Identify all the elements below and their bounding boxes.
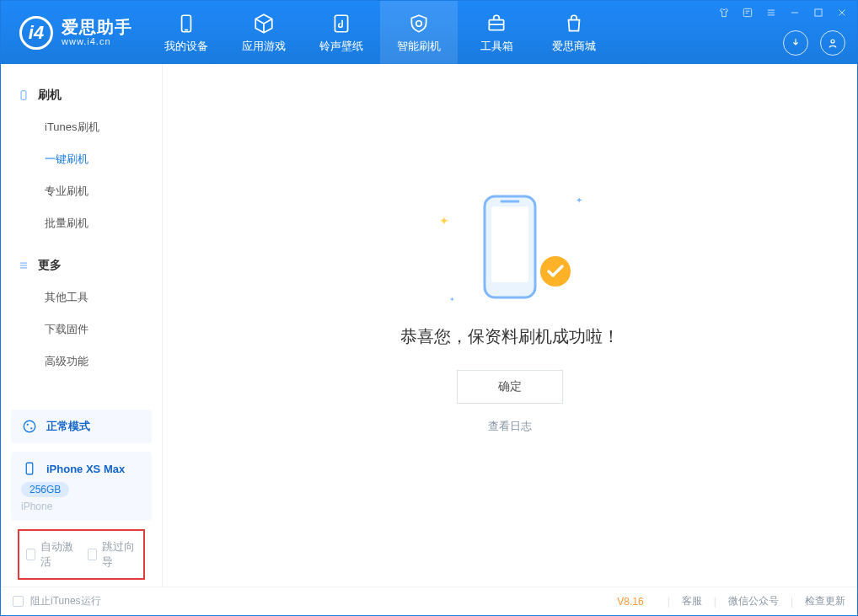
nav-smart-flash[interactable]: 智能刷机	[380, 1, 458, 64]
nav-label: 工具箱	[480, 39, 513, 54]
logo-icon: i4	[19, 16, 53, 50]
success-message: 恭喜您，保资料刷机成功啦！	[400, 325, 619, 348]
device-card[interactable]: iPhone XS Max 256GB iPhone	[11, 452, 152, 521]
nav-toolbox[interactable]: 工具箱	[458, 1, 535, 64]
checkbox-block-itunes[interactable]: 阻止iTunes运行	[13, 594, 101, 608]
view-log-link[interactable]: 查看日志	[488, 419, 532, 434]
nav-label: 应用游戏	[242, 39, 286, 54]
app-url: www.i4.cn	[62, 36, 132, 46]
status-bar: 阻止iTunes运行 V8.16 | 客服 | 微信公众号 | 检查更新	[1, 587, 857, 615]
window-controls	[717, 6, 849, 19]
success-illustration: ✦ ✦ ✦	[442, 184, 577, 310]
nav-ringtones-wallpapers[interactable]: 铃声壁纸	[303, 1, 380, 64]
sidebar-group-flash: 刷机 iTunes刷机 一键刷机 专业刷机 批量刷机	[1, 76, 162, 246]
checkbox-label: 跳过向导	[102, 539, 137, 570]
svg-rect-20	[26, 463, 33, 474]
sidebar-group-header: 更多	[1, 253, 162, 281]
mode-card[interactable]: 正常模式	[11, 410, 152, 443]
nav-label: 铃声壁纸	[319, 39, 363, 54]
sidebar-group-header: 刷机	[1, 83, 162, 111]
footer-link-wechat[interactable]: 微信公众号	[728, 594, 779, 608]
device-name: iPhone XS Max	[46, 463, 125, 475]
checkbox-icon	[13, 596, 24, 607]
version-label: V8.16	[617, 596, 643, 608]
sidebar-item-batch-flash[interactable]: 批量刷机	[1, 207, 162, 239]
nav-label: 爱思商城	[552, 39, 596, 54]
sidebar-item-oneclick-flash[interactable]: 一键刷机	[1, 143, 162, 175]
minimize-button[interactable]	[788, 6, 802, 19]
sparkle-icon: ✦	[439, 214, 449, 228]
cube-icon	[252, 12, 276, 35]
main-content: ✦ ✦ ✦ 恭喜您，保资料刷机成功啦！ 确定 查看日志	[163, 64, 857, 587]
footer-link-update[interactable]: 检查更新	[805, 594, 845, 608]
music-file-icon	[330, 12, 353, 35]
nav-store[interactable]: 爱思商城	[535, 1, 613, 64]
svg-rect-13	[21, 91, 26, 100]
device-storage-badge: 256GB	[21, 482, 69, 497]
sidebar-item-download-firmware[interactable]: 下载固件	[1, 313, 162, 345]
top-nav: 我的设备 应用游戏 铃声壁纸 智能刷机 工具箱 爱思商城	[147, 1, 613, 64]
separator: |	[714, 596, 716, 608]
app-name: 爱思助手	[62, 18, 132, 36]
sparkle-icon: ✦	[576, 196, 582, 205]
sidebar-item-advanced[interactable]: 高级功能	[1, 345, 162, 378]
toolbox-icon	[485, 12, 508, 35]
ok-button[interactable]: 确定	[457, 370, 563, 404]
sparkle-icon: ✦	[449, 296, 455, 303]
svg-rect-4	[743, 8, 751, 16]
check-badge-icon	[539, 254, 572, 288]
checkbox-icon	[88, 549, 97, 560]
highlighted-options-box: 自动激活 跳过向导	[18, 529, 145, 580]
svg-point-12	[831, 40, 834, 43]
sidebar: 刷机 iTunes刷机 一键刷机 专业刷机 批量刷机 更多 其他工具 下载固件 …	[1, 64, 163, 587]
device-type: iPhone	[21, 501, 142, 512]
svg-rect-22	[491, 206, 528, 282]
shield-sync-icon	[407, 12, 431, 35]
mode-icon	[21, 418, 38, 435]
account-button[interactable]	[820, 30, 845, 56]
svg-rect-2	[335, 15, 347, 32]
device-icon	[174, 12, 198, 35]
phone-icon	[18, 89, 29, 101]
sidebar-group-more: 更多 其他工具 下载固件 高级功能	[1, 246, 162, 384]
device-small-icon	[21, 460, 38, 477]
checkbox-icon	[26, 549, 35, 560]
checkbox-label: 阻止iTunes运行	[30, 594, 101, 608]
download-button[interactable]	[783, 30, 808, 56]
bag-icon	[562, 12, 586, 35]
svg-point-19	[30, 427, 32, 429]
checkbox-label: 自动激活	[40, 539, 75, 570]
nav-my-device[interactable]: 我的设备	[147, 1, 225, 64]
sidebar-item-itunes-flash[interactable]: iTunes刷机	[1, 111, 162, 143]
svg-rect-9	[815, 9, 822, 16]
list-icon	[18, 260, 29, 271]
nav-apps-games[interactable]: 应用游戏	[225, 1, 303, 64]
mode-label: 正常模式	[46, 419, 90, 434]
titlebar: i4 爱思助手 www.i4.cn 我的设备 应用游戏 铃声壁纸 智能刷机	[1, 1, 857, 64]
svg-point-17	[24, 420, 35, 432]
footer-link-service[interactable]: 客服	[682, 594, 702, 608]
sidebar-group-title: 刷机	[38, 88, 62, 103]
checkbox-skip-guide[interactable]: 跳过向导	[88, 539, 137, 570]
nav-label: 我的设备	[164, 39, 208, 54]
separator: |	[791, 596, 793, 608]
feedback-icon[interactable]	[741, 6, 754, 19]
app-logo: i4 爱思助手 www.i4.cn	[1, 1, 147, 64]
separator: |	[668, 596, 670, 608]
shirt-icon[interactable]	[717, 6, 731, 19]
svg-point-18	[27, 424, 29, 426]
sidebar-item-pro-flash[interactable]: 专业刷机	[1, 175, 162, 207]
sidebar-group-title: 更多	[38, 258, 62, 273]
sidebar-item-other-tools[interactable]: 其他工具	[1, 281, 162, 313]
maximize-button[interactable]	[812, 6, 825, 19]
close-button[interactable]	[835, 6, 849, 19]
checkbox-auto-activate[interactable]: 自动激活	[26, 539, 76, 570]
nav-label: 智能刷机	[397, 39, 441, 54]
title-right-actions	[783, 30, 845, 56]
menu-icon[interactable]	[764, 6, 778, 19]
